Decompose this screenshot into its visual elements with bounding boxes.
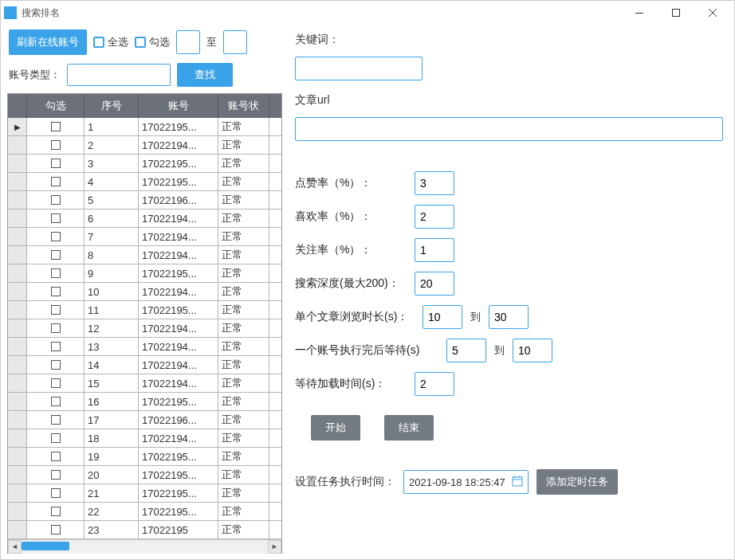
table-row[interactable]: 717022194...正常 <box>8 228 281 246</box>
like-rate-input[interactable] <box>415 171 454 195</box>
row-checkbox[interactable] <box>51 122 61 131</box>
minimize-button[interactable] <box>621 1 658 25</box>
fav-rate-input[interactable] <box>415 205 454 229</box>
row-checkbox[interactable] <box>51 323 61 333</box>
table-row[interactable]: 1217022194...正常 <box>8 319 281 338</box>
row-checkbox[interactable] <box>51 360 61 370</box>
row-check-cell[interactable] <box>27 246 85 264</box>
table-row[interactable]: 1717022196...正常 <box>8 411 281 429</box>
table-row[interactable]: 217022194...正常 <box>8 136 281 155</box>
row-check-cell[interactable] <box>27 411 85 429</box>
row-checkbox[interactable] <box>51 287 61 296</box>
table-row[interactable]: 1817022194...正常 <box>8 429 281 448</box>
row-header[interactable] <box>8 448 27 465</box>
check-range-checkbox[interactable]: 勾选 <box>135 35 170 49</box>
table-row[interactable]: 1117022195...正常 <box>8 301 281 319</box>
table-row[interactable]: 2017022195...正常 <box>8 466 281 484</box>
row-checkbox[interactable] <box>51 177 61 186</box>
row-header[interactable] <box>8 484 27 502</box>
col-status[interactable]: 账号状 <box>218 94 269 118</box>
row-header[interactable] <box>8 503 27 520</box>
row-check-cell[interactable] <box>27 356 85 374</box>
row-checkbox[interactable] <box>51 140 61 150</box>
row-check-cell[interactable] <box>27 484 85 502</box>
row-header[interactable] <box>8 228 27 245</box>
select-all-checkbox[interactable]: 全选 <box>93 35 128 49</box>
refresh-accounts-button[interactable]: 刷新在线账号 <box>9 29 87 55</box>
row-checkbox[interactable] <box>51 470 61 480</box>
row-header[interactable] <box>8 155 27 172</box>
row-check-cell[interactable] <box>27 374 85 392</box>
row-header[interactable] <box>8 264 27 282</box>
row-check-cell[interactable] <box>27 448 85 465</box>
browse-from-input[interactable] <box>423 305 462 329</box>
table-row[interactable]: 817022194...正常 <box>8 246 281 264</box>
calendar-icon[interactable] <box>512 476 523 489</box>
end-button[interactable]: 结束 <box>384 415 434 441</box>
row-checkbox[interactable] <box>51 195 61 205</box>
row-checkbox[interactable] <box>51 452 61 461</box>
row-checkbox[interactable] <box>51 378 61 388</box>
row-checkbox[interactable] <box>51 342 61 351</box>
maximize-button[interactable] <box>658 1 694 25</box>
table-row[interactable]: 1017022194...正常 <box>8 283 281 301</box>
load-wait-input[interactable] <box>415 372 454 396</box>
col-check[interactable]: 勾选 <box>27 94 85 118</box>
schedule-datetime[interactable]: 2021-09-18 18:25:47 <box>403 470 529 494</box>
row-check-cell[interactable] <box>27 210 85 227</box>
account-type-input[interactable] <box>67 64 171 86</box>
url-input[interactable] <box>295 117 723 141</box>
scroll-thumb[interactable] <box>22 542 69 550</box>
row-check-cell[interactable] <box>27 301 85 319</box>
row-header[interactable] <box>8 319 27 337</box>
table-row[interactable]: ▶117022195...正常 <box>8 118 281 136</box>
table-row[interactable]: 1617022195...正常 <box>8 393 281 411</box>
table-row[interactable]: 317022195...正常 <box>8 155 281 173</box>
table-row[interactable]: 2317022195正常 <box>8 521 281 539</box>
row-check-cell[interactable] <box>27 429 85 447</box>
row-header[interactable] <box>8 173 27 190</box>
row-header[interactable] <box>8 283 27 300</box>
row-check-cell[interactable] <box>27 191 85 209</box>
row-header[interactable] <box>8 210 27 227</box>
table-row[interactable]: 1517022194...正常 <box>8 374 281 393</box>
row-checkbox[interactable] <box>51 397 61 406</box>
row-checkbox[interactable] <box>51 250 61 260</box>
depth-input[interactable] <box>415 272 454 296</box>
scroll-left-button[interactable]: ◄ <box>8 540 22 554</box>
add-schedule-button[interactable]: 添加定时任务 <box>537 469 618 495</box>
table-row[interactable]: 2117022195...正常 <box>8 484 281 503</box>
search-button[interactable]: 查找 <box>177 63 233 87</box>
scroll-right-button[interactable]: ► <box>268 540 281 554</box>
table-row[interactable]: 1317022194...正常 <box>8 338 281 356</box>
row-header[interactable] <box>8 466 27 484</box>
grid-body[interactable]: ▶117022195...正常217022194...正常317022195..… <box>8 118 281 539</box>
table-row[interactable]: 917022195...正常 <box>8 264 281 283</box>
row-checkbox[interactable] <box>51 525 61 535</box>
row-checkbox[interactable] <box>51 415 61 425</box>
range-from-input[interactable] <box>176 30 200 54</box>
table-row[interactable]: 1417022194...正常 <box>8 356 281 374</box>
row-checkbox[interactable] <box>51 305 61 315</box>
row-header[interactable] <box>8 246 27 264</box>
row-check-cell[interactable] <box>27 173 85 190</box>
row-check-cell[interactable] <box>27 521 85 538</box>
row-checkbox[interactable] <box>51 507 61 516</box>
table-row[interactable]: 617022194...正常 <box>8 210 281 228</box>
row-check-cell[interactable] <box>27 319 85 337</box>
row-header[interactable] <box>8 521 27 538</box>
table-row[interactable]: 1917022195...正常 <box>8 448 281 466</box>
range-to-input[interactable] <box>223 30 247 54</box>
row-check-cell[interactable] <box>27 155 85 172</box>
row-header[interactable] <box>8 374 27 392</box>
row-check-cell[interactable] <box>27 283 85 300</box>
row-checkbox[interactable] <box>51 232 61 241</box>
row-header[interactable] <box>8 429 27 447</box>
col-index[interactable]: 序号 <box>85 94 139 118</box>
row-checkbox[interactable] <box>51 488 61 498</box>
row-checkbox[interactable] <box>51 433 61 443</box>
row-header[interactable] <box>8 393 27 410</box>
account-wait-to-input[interactable] <box>513 339 552 362</box>
account-wait-from-input[interactable] <box>446 339 486 362</box>
row-header[interactable]: ▶ <box>8 118 27 135</box>
